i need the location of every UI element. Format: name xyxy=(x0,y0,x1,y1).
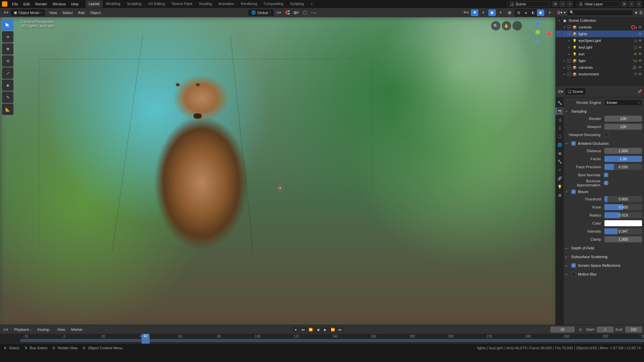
outliner-row-controls[interactable]: ▾📦controls⭕₃👁 xyxy=(556,24,644,31)
sampling-panel-header[interactable]: ▾Sampling xyxy=(566,108,642,115)
data-tab-icon[interactable]: 💡 xyxy=(556,183,564,191)
workspace-tab-texture-paint[interactable]: Texture Paint xyxy=(168,0,196,8)
datapath-crumb[interactable]: ❏ Scene xyxy=(565,88,586,95)
proportional-mode-icon[interactable]: 〰▾ xyxy=(310,9,317,16)
output-tab-icon[interactable]: 🖨 xyxy=(556,116,564,124)
menu-render[interactable]: Render xyxy=(33,1,50,7)
menu-window[interactable]: Window xyxy=(50,1,68,7)
workspace-tab-compositing[interactable]: Compositing xyxy=(261,0,287,8)
visibility-eye-icon[interactable]: 👁 xyxy=(638,39,642,43)
outliner-editor-icon[interactable]: ☰▾ xyxy=(557,10,562,15)
outliner-row-eyeSpecLight[interactable]: ▸💡eyeSpecLight◇👁 xyxy=(556,37,644,44)
bloom-radius-slider[interactable]: 3.919 xyxy=(604,212,642,218)
viewport-samples-field[interactable]: 128 xyxy=(604,124,642,130)
pin-icon[interactable]: 📌 xyxy=(637,89,642,94)
outliner-search[interactable]: 🔍 xyxy=(567,10,633,16)
workspace-tab-scripting[interactable]: Scripting xyxy=(287,0,307,8)
play-icon[interactable]: ▶ xyxy=(322,326,329,333)
outliner-filter-icon[interactable]: ▼ xyxy=(634,11,638,15)
bloom-panel-header[interactable]: ▾Bloom xyxy=(566,188,642,195)
bloom-intensity-slider[interactable]: 0.347 xyxy=(604,228,642,234)
render-tab-icon[interactable]: 📷 xyxy=(556,107,564,115)
pan-viewport-icon[interactable]: ✋ xyxy=(502,21,511,31)
timeline-menu-keying[interactable]: Keying ▾ xyxy=(35,326,54,333)
scene-selector[interactable]: ❏ Scene xyxy=(507,1,551,7)
texture-tab-icon[interactable]: ▦ xyxy=(556,191,564,199)
autokey-icon[interactable]: ● xyxy=(292,326,299,333)
workspace-tab-animation[interactable]: Animation xyxy=(215,0,237,8)
outliner-row-lights[interactable]: ▾📦lights👁 xyxy=(556,31,644,37)
panel-subsurface-scattering[interactable]: ▸Subsurface Scattering xyxy=(566,253,642,260)
camera-view-icon[interactable]: 🎥 xyxy=(513,21,522,31)
snap-toggle-icon[interactable]: 🧲 xyxy=(284,9,291,16)
gizmo-dd-icon[interactable]: ▾ xyxy=(480,9,487,16)
viewport-menu-view[interactable]: View xyxy=(46,10,60,16)
scene-new-button[interactable]: ＋ xyxy=(559,1,566,7)
bloom-knee-slider[interactable]: 0.500 xyxy=(604,204,642,210)
select-box-tool[interactable] xyxy=(2,19,13,31)
scene-delete-button[interactable]: × xyxy=(567,1,573,7)
timeline-scrollbar[interactable] xyxy=(20,339,644,342)
visibility-eye-icon[interactable]: 👁 xyxy=(638,45,642,50)
ao-factor-slider[interactable]: 1.00 xyxy=(604,156,642,162)
visibility-icon[interactable]: 👁▾ xyxy=(462,9,470,16)
bent-normals-checkbox[interactable] xyxy=(604,173,608,177)
workspace-tab-rendering[interactable]: Rendering xyxy=(237,0,260,8)
bounce-approx-checkbox[interactable] xyxy=(604,181,608,185)
neg-axis-icon[interactable] xyxy=(535,39,540,43)
measure-tool[interactable]: 📐 xyxy=(2,104,13,115)
snap-mode-icon[interactable]: ▦▾ xyxy=(292,9,300,16)
bloom-threshold-slider[interactable]: 0.800 xyxy=(604,196,642,202)
menu-file[interactable]: File xyxy=(9,1,21,7)
visibility-eye-icon[interactable]: 👁 xyxy=(638,72,642,76)
viewlayer-new-button[interactable]: ＋ xyxy=(629,1,635,7)
outliner-row-cameras[interactable]: ▸📦cameras🎥👁 xyxy=(556,64,644,71)
object-tab-icon[interactable]: ▣ xyxy=(556,149,564,157)
annotate-tool[interactable]: ✎ xyxy=(2,92,13,103)
viewport-menu-add[interactable]: Add xyxy=(75,10,88,16)
constraint-tab-icon[interactable]: 🔗 xyxy=(556,174,564,182)
viewport-menu-object[interactable]: Object xyxy=(87,10,103,16)
navigation-gizmo[interactable]: Z X xyxy=(525,20,552,47)
bloom-enable-checkbox[interactable] xyxy=(571,189,576,194)
ao-enable-checkbox[interactable] xyxy=(571,141,576,146)
z-axis-icon[interactable]: Z xyxy=(535,21,540,26)
panel-depth-of-field[interactable]: ▸Depth of Field xyxy=(566,244,642,252)
lookdev-shading-icon[interactable]: ◐ xyxy=(530,9,537,16)
panel-motion-blur[interactable]: ▸Motion Blur xyxy=(566,270,642,278)
mode-selector[interactable]: ▣ Object Mode ▾ xyxy=(11,9,45,16)
visibility-eye-icon[interactable]: 👁 xyxy=(638,52,642,56)
modifier-tab-icon[interactable]: 🔧 xyxy=(556,158,564,166)
current-frame-field[interactable]: 42 xyxy=(550,326,575,333)
render-engine-dropdown[interactable]: Eevee▾ xyxy=(604,100,642,106)
playhead[interactable]: 42 xyxy=(142,334,150,344)
physics-tab-icon[interactable]: ⚛ xyxy=(556,166,564,174)
wireframe-shading-icon[interactable]: ⊞ xyxy=(515,9,522,16)
viewport-menu-select[interactable]: Select xyxy=(60,10,75,16)
outliner-new-collection-icon[interactable]: ☰ xyxy=(639,10,643,15)
visibility-eye-icon[interactable]: 👁 xyxy=(638,25,642,29)
scene-tab-icon[interactable]: ❏ xyxy=(556,132,564,140)
viewlayer-delete-button[interactable]: × xyxy=(636,1,642,7)
jump-next-key-icon[interactable]: ⏩ xyxy=(329,326,336,333)
ao-trace-slider[interactable]: 0.250 xyxy=(604,164,642,170)
overlay-toggle-icon[interactable]: ◉ xyxy=(488,9,496,16)
timeline-editor-icon[interactable]: ◷▾ xyxy=(2,326,9,333)
solid-shading-icon[interactable]: ● xyxy=(522,9,530,16)
scene-browse-button[interactable]: ⧉ xyxy=(552,1,558,7)
scene-collection-row[interactable]: ▾ ▣ Scene Collection xyxy=(556,17,644,24)
jump-prev-key-icon[interactable]: ⏪ xyxy=(307,326,314,333)
overlay-dd-icon[interactable]: ▾ xyxy=(497,9,504,16)
x-axis-icon[interactable]: X xyxy=(547,32,551,36)
outliner-display-icon[interactable]: ▾ xyxy=(564,10,566,15)
outliner-row-keyLight[interactable]: ▸💡keyLight▢👁 xyxy=(556,44,644,51)
timeline-ruler[interactable]: -200204060801001201401601802002202402602… xyxy=(0,334,644,344)
timeline-menu-marker[interactable]: Marker xyxy=(68,326,85,333)
menu-edit[interactable]: Edit xyxy=(21,1,33,7)
workspace-tab-layout[interactable]: Layout xyxy=(86,0,103,8)
visibility-eye-icon[interactable]: 👁 xyxy=(638,65,642,70)
xray-toggle-icon[interactable]: ▦ xyxy=(506,9,513,16)
bloom-clamp-field[interactable]: 1.000 xyxy=(604,236,642,242)
world-tab-icon[interactable]: 🌐 xyxy=(556,141,564,149)
preview-range-icon[interactable]: ◷ xyxy=(577,326,584,333)
